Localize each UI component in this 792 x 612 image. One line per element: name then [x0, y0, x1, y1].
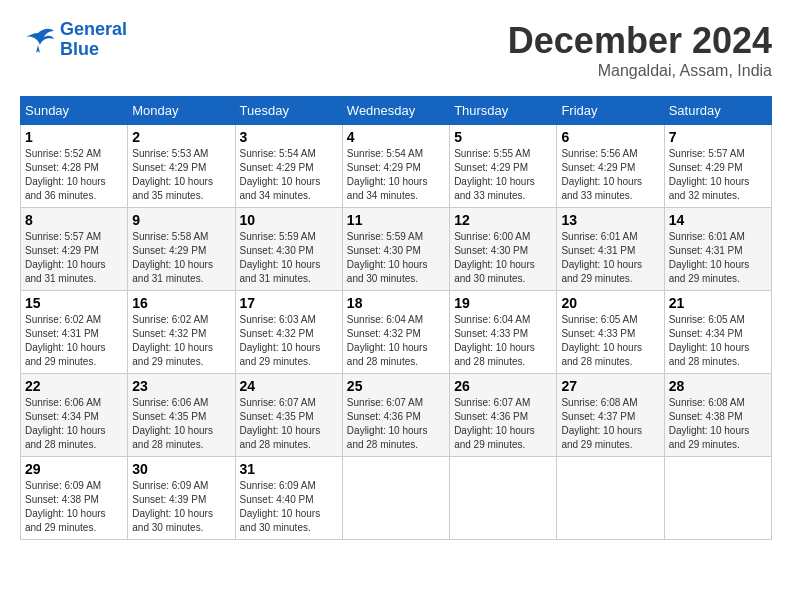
day-number: 18: [347, 295, 445, 311]
day-info: Sunrise: 6:03 AM Sunset: 4:32 PM Dayligh…: [240, 313, 338, 369]
day-info: Sunrise: 6:05 AM Sunset: 4:34 PM Dayligh…: [669, 313, 767, 369]
weekday-header-sunday: Sunday: [21, 97, 128, 125]
location-text: Mangaldai, Assam, India: [508, 62, 772, 80]
week-row-5: 29Sunrise: 6:09 AM Sunset: 4:38 PM Dayli…: [21, 457, 772, 540]
day-number: 4: [347, 129, 445, 145]
calendar-cell: 7Sunrise: 5:57 AM Sunset: 4:29 PM Daylig…: [664, 125, 771, 208]
calendar-cell: 20Sunrise: 6:05 AM Sunset: 4:33 PM Dayli…: [557, 291, 664, 374]
week-row-3: 15Sunrise: 6:02 AM Sunset: 4:31 PM Dayli…: [21, 291, 772, 374]
day-info: Sunrise: 5:57 AM Sunset: 4:29 PM Dayligh…: [669, 147, 767, 203]
calendar-table: SundayMondayTuesdayWednesdayThursdayFrid…: [20, 96, 772, 540]
logo: General Blue: [20, 20, 127, 60]
day-number: 11: [347, 212, 445, 228]
day-info: Sunrise: 6:01 AM Sunset: 4:31 PM Dayligh…: [561, 230, 659, 286]
day-info: Sunrise: 6:09 AM Sunset: 4:39 PM Dayligh…: [132, 479, 230, 535]
day-number: 8: [25, 212, 123, 228]
calendar-cell: [557, 457, 664, 540]
day-info: Sunrise: 5:56 AM Sunset: 4:29 PM Dayligh…: [561, 147, 659, 203]
calendar-cell: 3Sunrise: 5:54 AM Sunset: 4:29 PM Daylig…: [235, 125, 342, 208]
calendar-cell: 18Sunrise: 6:04 AM Sunset: 4:32 PM Dayli…: [342, 291, 449, 374]
calendar-cell: 13Sunrise: 6:01 AM Sunset: 4:31 PM Dayli…: [557, 208, 664, 291]
day-info: Sunrise: 6:00 AM Sunset: 4:30 PM Dayligh…: [454, 230, 552, 286]
day-number: 9: [132, 212, 230, 228]
day-number: 6: [561, 129, 659, 145]
calendar-cell: 17Sunrise: 6:03 AM Sunset: 4:32 PM Dayli…: [235, 291, 342, 374]
day-number: 2: [132, 129, 230, 145]
calendar-cell: 28Sunrise: 6:08 AM Sunset: 4:38 PM Dayli…: [664, 374, 771, 457]
day-info: Sunrise: 6:02 AM Sunset: 4:31 PM Dayligh…: [25, 313, 123, 369]
day-info: Sunrise: 5:55 AM Sunset: 4:29 PM Dayligh…: [454, 147, 552, 203]
day-number: 22: [25, 378, 123, 394]
day-info: Sunrise: 6:04 AM Sunset: 4:33 PM Dayligh…: [454, 313, 552, 369]
calendar-cell: 22Sunrise: 6:06 AM Sunset: 4:34 PM Dayli…: [21, 374, 128, 457]
weekday-header-monday: Monday: [128, 97, 235, 125]
day-info: Sunrise: 5:54 AM Sunset: 4:29 PM Dayligh…: [240, 147, 338, 203]
day-info: Sunrise: 5:53 AM Sunset: 4:29 PM Dayligh…: [132, 147, 230, 203]
weekday-header-thursday: Thursday: [450, 97, 557, 125]
day-number: 10: [240, 212, 338, 228]
calendar-cell: 30Sunrise: 6:09 AM Sunset: 4:39 PM Dayli…: [128, 457, 235, 540]
calendar-cell: 10Sunrise: 5:59 AM Sunset: 4:30 PM Dayli…: [235, 208, 342, 291]
weekday-header-tuesday: Tuesday: [235, 97, 342, 125]
day-number: 26: [454, 378, 552, 394]
calendar-cell: 1Sunrise: 5:52 AM Sunset: 4:28 PM Daylig…: [21, 125, 128, 208]
day-info: Sunrise: 6:05 AM Sunset: 4:33 PM Dayligh…: [561, 313, 659, 369]
day-info: Sunrise: 6:09 AM Sunset: 4:40 PM Dayligh…: [240, 479, 338, 535]
day-info: Sunrise: 6:06 AM Sunset: 4:35 PM Dayligh…: [132, 396, 230, 452]
day-info: Sunrise: 6:02 AM Sunset: 4:32 PM Dayligh…: [132, 313, 230, 369]
calendar-cell: 5Sunrise: 5:55 AM Sunset: 4:29 PM Daylig…: [450, 125, 557, 208]
calendar-cell: 23Sunrise: 6:06 AM Sunset: 4:35 PM Dayli…: [128, 374, 235, 457]
day-number: 30: [132, 461, 230, 477]
day-number: 3: [240, 129, 338, 145]
week-row-4: 22Sunrise: 6:06 AM Sunset: 4:34 PM Dayli…: [21, 374, 772, 457]
calendar-cell: 12Sunrise: 6:00 AM Sunset: 4:30 PM Dayli…: [450, 208, 557, 291]
weekday-header-wednesday: Wednesday: [342, 97, 449, 125]
day-info: Sunrise: 5:54 AM Sunset: 4:29 PM Dayligh…: [347, 147, 445, 203]
day-info: Sunrise: 6:07 AM Sunset: 4:36 PM Dayligh…: [454, 396, 552, 452]
weekday-header-row: SundayMondayTuesdayWednesdayThursdayFrid…: [21, 97, 772, 125]
calendar-cell: 26Sunrise: 6:07 AM Sunset: 4:36 PM Dayli…: [450, 374, 557, 457]
calendar-cell: [450, 457, 557, 540]
day-info: Sunrise: 5:59 AM Sunset: 4:30 PM Dayligh…: [240, 230, 338, 286]
calendar-cell: 2Sunrise: 5:53 AM Sunset: 4:29 PM Daylig…: [128, 125, 235, 208]
day-number: 21: [669, 295, 767, 311]
logo-icon: [20, 25, 56, 55]
week-row-1: 1Sunrise: 5:52 AM Sunset: 4:28 PM Daylig…: [21, 125, 772, 208]
week-row-2: 8Sunrise: 5:57 AM Sunset: 4:29 PM Daylig…: [21, 208, 772, 291]
calendar-cell: 27Sunrise: 6:08 AM Sunset: 4:37 PM Dayli…: [557, 374, 664, 457]
day-info: Sunrise: 5:52 AM Sunset: 4:28 PM Dayligh…: [25, 147, 123, 203]
calendar-cell: [664, 457, 771, 540]
day-info: Sunrise: 6:01 AM Sunset: 4:31 PM Dayligh…: [669, 230, 767, 286]
day-info: Sunrise: 6:08 AM Sunset: 4:38 PM Dayligh…: [669, 396, 767, 452]
calendar-cell: 8Sunrise: 5:57 AM Sunset: 4:29 PM Daylig…: [21, 208, 128, 291]
day-number: 27: [561, 378, 659, 394]
weekday-header-saturday: Saturday: [664, 97, 771, 125]
day-info: Sunrise: 6:09 AM Sunset: 4:38 PM Dayligh…: [25, 479, 123, 535]
day-number: 25: [347, 378, 445, 394]
day-number: 31: [240, 461, 338, 477]
day-info: Sunrise: 5:57 AM Sunset: 4:29 PM Dayligh…: [25, 230, 123, 286]
calendar-cell: 25Sunrise: 6:07 AM Sunset: 4:36 PM Dayli…: [342, 374, 449, 457]
logo-text: General Blue: [60, 20, 127, 60]
calendar-cell: 24Sunrise: 6:07 AM Sunset: 4:35 PM Dayli…: [235, 374, 342, 457]
day-number: 17: [240, 295, 338, 311]
calendar-cell: 31Sunrise: 6:09 AM Sunset: 4:40 PM Dayli…: [235, 457, 342, 540]
day-number: 29: [25, 461, 123, 477]
day-number: 1: [25, 129, 123, 145]
day-number: 13: [561, 212, 659, 228]
day-number: 19: [454, 295, 552, 311]
calendar-cell: 15Sunrise: 6:02 AM Sunset: 4:31 PM Dayli…: [21, 291, 128, 374]
day-info: Sunrise: 6:08 AM Sunset: 4:37 PM Dayligh…: [561, 396, 659, 452]
calendar-cell: 9Sunrise: 5:58 AM Sunset: 4:29 PM Daylig…: [128, 208, 235, 291]
day-info: Sunrise: 6:04 AM Sunset: 4:32 PM Dayligh…: [347, 313, 445, 369]
weekday-header-friday: Friday: [557, 97, 664, 125]
day-number: 24: [240, 378, 338, 394]
day-info: Sunrise: 5:59 AM Sunset: 4:30 PM Dayligh…: [347, 230, 445, 286]
calendar-cell: 14Sunrise: 6:01 AM Sunset: 4:31 PM Dayli…: [664, 208, 771, 291]
calendar-cell: [342, 457, 449, 540]
calendar-cell: 29Sunrise: 6:09 AM Sunset: 4:38 PM Dayli…: [21, 457, 128, 540]
day-number: 15: [25, 295, 123, 311]
day-number: 28: [669, 378, 767, 394]
day-number: 20: [561, 295, 659, 311]
day-info: Sunrise: 5:58 AM Sunset: 4:29 PM Dayligh…: [132, 230, 230, 286]
